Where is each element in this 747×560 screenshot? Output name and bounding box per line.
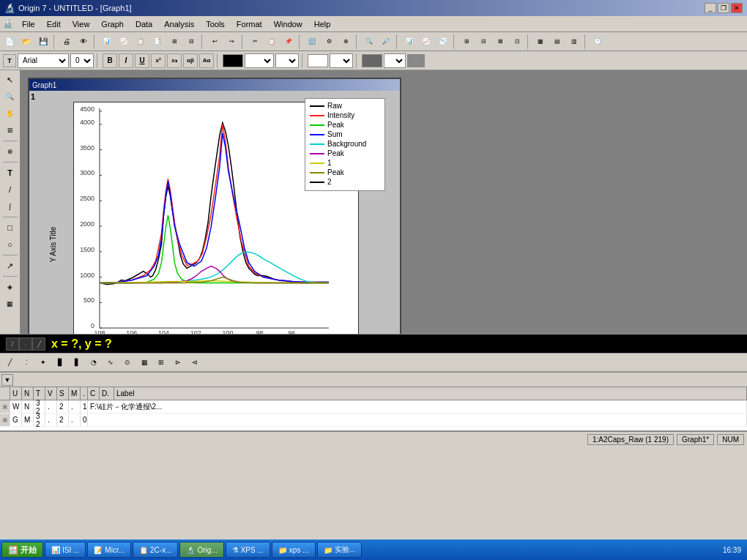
special-char2-button[interactable]: Aα [199, 53, 214, 68]
font-name-select[interactable]: Arial [18, 53, 69, 68]
tb-btn-l[interactable]: 🔢 [304, 34, 320, 50]
italic-button[interactable]: I [119, 53, 133, 68]
coord-btn-1[interactable]: / [6, 337, 19, 351]
plot-linescatter-btn[interactable]: ✦ [35, 354, 51, 370]
line-tool[interactable]: / [2, 182, 18, 198]
tb-btn-b[interactable]: 📈 [116, 34, 132, 50]
tb-btn-o[interactable]: 🔍 [361, 34, 377, 50]
close-button[interactable]: ✕ [731, 3, 743, 13]
tb-btn-k[interactable]: 📌 [280, 34, 297, 50]
menu-graph[interactable]: Graph [95, 18, 130, 30]
color-selector-4[interactable] [407, 54, 425, 67]
coord-btn-2[interactable]: · [19, 337, 32, 351]
plot-3d-btn[interactable]: ▦ [136, 354, 152, 370]
menu-data[interactable]: Data [130, 18, 158, 30]
new-button[interactable]: 📄 [1, 34, 18, 50]
tb-btn-s[interactable]: 📉 [435, 34, 451, 50]
rect-tool[interactable]: □ [2, 220, 18, 236]
font-size-select[interactable]: 0 [70, 53, 94, 68]
misc-tool[interactable]: ◈ [2, 279, 18, 295]
color-selector-1[interactable] [223, 54, 243, 67]
plot-line-btn[interactable]: ╱ [1, 354, 18, 370]
arrow-tool[interactable]: ↗ [2, 258, 18, 274]
menu-edit[interactable]: Edit [41, 18, 67, 30]
save-button[interactable]: 💾 [35, 34, 51, 50]
ellipse-tool[interactable]: ○ [2, 236, 18, 253]
misc2-tool[interactable]: ▦ [2, 296, 18, 312]
plot-scatter-btn[interactable]: ⁚ [18, 354, 34, 370]
plot-bar2-btn[interactable]: ▋ [69, 354, 85, 370]
superscript-button[interactable]: x² [151, 53, 166, 68]
crosshair-tool[interactable]: ⊕ [2, 143, 18, 160]
tb-btn-q[interactable]: 📊 [401, 34, 417, 50]
color-selector-2[interactable] [308, 54, 328, 67]
menu-window[interactable]: Window [268, 18, 308, 30]
tb-btn-p[interactable]: 🔎 [378, 34, 394, 50]
plot-stat-btn[interactable]: ⊞ [153, 354, 169, 370]
tb-btn-m[interactable]: ⚙ [321, 34, 337, 50]
line-width-select[interactable] [275, 53, 299, 68]
zoom-tool[interactable]: 🔍 [2, 89, 18, 105]
tb-btn-c[interactable]: 📋 [133, 34, 149, 50]
tb-btn-a[interactable]: 📊 [99, 34, 115, 50]
data-collapse-btn[interactable]: ▼ [1, 374, 13, 386]
underline-button[interactable]: U [135, 53, 149, 68]
taskbar-origin[interactable]: 🔬 Orig... [179, 542, 223, 558]
open-button[interactable]: 📂 [18, 34, 34, 50]
plot-area-btn[interactable]: ∿ [103, 354, 119, 370]
plot-bar-btn[interactable]: ▊ [52, 354, 68, 370]
bold-button[interactable]: B [103, 53, 117, 68]
tb-btn-y[interactable]: ▤ [549, 34, 565, 50]
tb-btn-z[interactable]: ▥ [566, 34, 582, 50]
titlebar-controls[interactable]: _ ❐ ✕ [705, 3, 743, 13]
menu-tools[interactable]: Tools [200, 18, 231, 30]
menu-analysis[interactable]: Analysis [158, 18, 200, 30]
num-select[interactable] [384, 53, 406, 68]
tb-btn-h[interactable]: ↪ [223, 34, 239, 50]
pan-tool[interactable]: ✋ [2, 105, 18, 122]
subscript-button[interactable]: x₂ [167, 53, 182, 68]
coord-btn-3[interactable]: ╱ [32, 337, 45, 351]
tb-btn-f[interactable]: ⊟ [183, 34, 199, 50]
taskbar-xps1[interactable]: ⚗ XPS ... [226, 542, 270, 558]
restore-button[interactable]: ❐ [718, 3, 729, 13]
tb-btn-j[interactable]: 📋 [264, 34, 280, 50]
plot-pie-btn[interactable]: ◔ [86, 354, 102, 370]
special-char-button[interactable]: αβ [183, 53, 198, 68]
curve-tool[interactable]: ∫ [2, 198, 18, 214]
print-button[interactable]: 🖨 [59, 34, 75, 50]
color-selector-3[interactable] [362, 54, 382, 67]
tb-btn-g[interactable]: ↩ [207, 34, 223, 50]
plot-zoom-btn[interactable]: ⊳ [170, 354, 186, 370]
text-tool[interactable]: T [2, 165, 18, 181]
print-preview-button[interactable]: 👁 [75, 34, 92, 50]
tb-btn-i[interactable]: ✂ [247, 34, 263, 50]
line-style-select[interactable] [245, 53, 274, 68]
tb-btn-d[interactable]: 📑 [149, 34, 166, 50]
draw-data-tool[interactable]: ⊞ [2, 122, 18, 138]
menu-view[interactable]: View [67, 18, 96, 30]
menu-format[interactable]: Format [231, 18, 268, 30]
pointer-tool[interactable]: ↖ [2, 72, 18, 88]
tb-btn-aa[interactable]: 🕐 [590, 34, 606, 50]
start-button[interactable]: 🪟 开始 [1, 542, 43, 558]
tb-btn-t[interactable]: ⊞ [458, 34, 475, 50]
menu-help[interactable]: Help [308, 18, 337, 30]
taskbar-word[interactable]: 📝 Micr... [87, 542, 131, 558]
font-style-btn[interactable]: T [3, 54, 16, 67]
tb-btn-n[interactable]: ⊕ [338, 34, 354, 50]
taskbar-folder[interactable]: 📁 实验... [317, 542, 362, 558]
fill-style-select[interactable] [330, 53, 353, 68]
minimize-button[interactable]: _ [705, 3, 716, 13]
menu-file[interactable]: File [16, 18, 41, 30]
tb-btn-w[interactable]: ⊡ [509, 34, 525, 50]
taskbar-xps2[interactable]: 📁 xps ... [272, 542, 316, 558]
tb-btn-x[interactable]: ▦ [532, 34, 549, 50]
tb-btn-v[interactable]: ⊠ [492, 34, 508, 50]
tb-btn-u[interactable]: ⊟ [475, 34, 491, 50]
tb-btn-r[interactable]: 📈 [418, 34, 434, 50]
taskbar-app1[interactable]: 📋 2C-x... [133, 542, 178, 558]
tb-btn-e[interactable]: ⊞ [166, 34, 182, 50]
taskbar-isi[interactable]: 📊 ISI ... [45, 542, 86, 558]
plot-polar-btn[interactable]: ⊙ [119, 354, 135, 370]
